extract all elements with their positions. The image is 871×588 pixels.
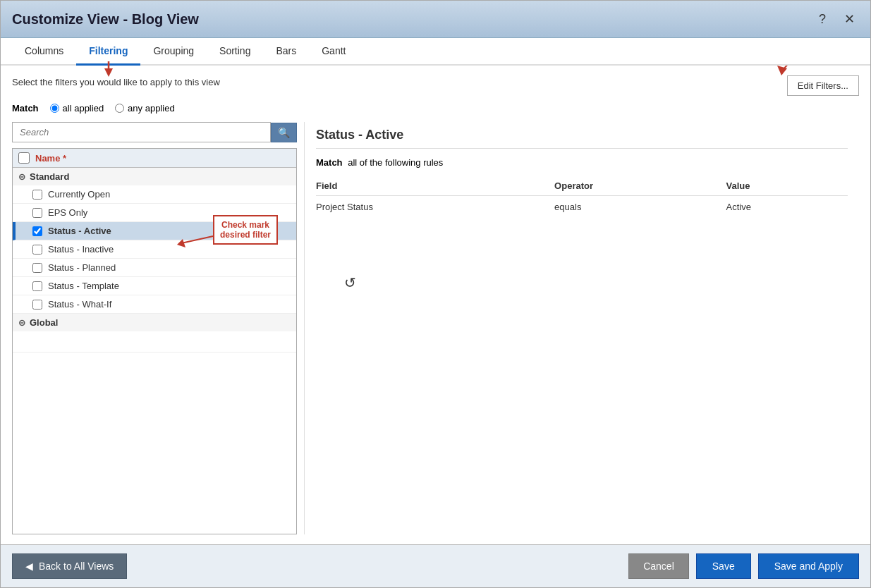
filter-status-active-checkbox[interactable] bbox=[32, 226, 42, 236]
search-button[interactable]: 🔍 bbox=[271, 123, 297, 142]
customize-view-dialog: Customize View - Blog View ? ✕ Columns F… bbox=[0, 0, 871, 588]
match-any-label: any applied bbox=[128, 103, 175, 114]
content-area: Select the filters you would like to app… bbox=[1, 66, 870, 544]
col-operator-header: Operator bbox=[554, 176, 726, 196]
group-global-collapse-icon: ⊝ bbox=[18, 318, 25, 328]
header-icons: ? ✕ bbox=[812, 9, 859, 29]
left-panel: 🔍 Name * ⊝ Standard Current bbox=[12, 122, 305, 534]
list-header: Name * bbox=[13, 149, 296, 168]
list-item[interactable]: Status - What-If bbox=[13, 295, 296, 314]
tab-sorting[interactable]: Sorting bbox=[207, 38, 263, 66]
edit-filters-button[interactable]: Edit Filters... bbox=[787, 75, 859, 96]
match-any-radio[interactable] bbox=[115, 104, 124, 113]
group-standard[interactable]: ⊝ Standard bbox=[13, 168, 296, 185]
list-item-status-active[interactable]: Status - Active Check markdesired filter bbox=[13, 222, 296, 240]
col-value-header: Value bbox=[726, 176, 848, 196]
match-any-option[interactable]: any applied bbox=[115, 103, 175, 114]
help-button[interactable]: ? bbox=[812, 9, 832, 29]
list-item[interactable]: Status - Planned bbox=[13, 259, 296, 277]
cancel-button[interactable]: Cancel bbox=[628, 553, 689, 579]
col-field-header: Field bbox=[316, 176, 554, 196]
filter-status-template-checkbox[interactable] bbox=[32, 281, 42, 291]
search-input[interactable] bbox=[12, 122, 271, 142]
main-panel: 🔍 Name * ⊝ Standard Current bbox=[12, 122, 859, 534]
cursor-indicator: ↺ bbox=[344, 274, 859, 291]
checkmark-annotation-text: Check markdesired filter bbox=[220, 220, 271, 240]
match-all-radio[interactable] bbox=[50, 104, 59, 113]
match-all-label: all applied bbox=[63, 103, 104, 114]
tab-grouping[interactable]: Grouping bbox=[140, 38, 207, 66]
match-all-option[interactable]: all applied bbox=[50, 103, 104, 114]
filter-status-inactive-checkbox[interactable] bbox=[32, 245, 42, 255]
select-all-checkbox[interactable] bbox=[18, 152, 30, 164]
match-row: Match all applied any applied bbox=[12, 103, 859, 114]
filter-eps-only-label: EPS Only bbox=[48, 207, 87, 218]
group-global-label: Global bbox=[30, 317, 58, 328]
tab-filtering[interactable]: Filtering bbox=[76, 38, 140, 66]
group-collapse-icon: ⊝ bbox=[18, 172, 25, 182]
dialog-header: Customize View - Blog View ? ✕ bbox=[1, 1, 870, 38]
filter-list[interactable]: Name * ⊝ Standard Currently Open EPS Onl… bbox=[12, 148, 297, 534]
filter-detail-title: Status - Active bbox=[316, 122, 848, 149]
filter-status-planned-label: Status - Planned bbox=[48, 262, 116, 273]
rule-field: Project Status bbox=[316, 196, 554, 219]
list-item[interactable]: Status - Inactive bbox=[13, 240, 296, 259]
close-icon: ✕ bbox=[844, 11, 855, 27]
rule-operator: equals bbox=[554, 196, 726, 219]
table-row: Project Status equals Active bbox=[316, 196, 848, 219]
rules-table: Field Operator Value Project Status equa… bbox=[316, 176, 848, 218]
tab-columns[interactable]: Columns bbox=[12, 38, 76, 66]
match-radio-group: all applied any applied bbox=[50, 103, 175, 114]
tab-gantt[interactable]: Gantt bbox=[309, 38, 358, 66]
filter-match-text: Match all of the following rules bbox=[316, 157, 848, 168]
dialog-footer: ◀ Back to All Views Cancel Save Save and… bbox=[1, 544, 870, 587]
list-item[interactable]: Currently Open bbox=[13, 185, 296, 204]
search-row: 🔍 bbox=[12, 122, 297, 142]
list-name-header: Name * bbox=[35, 153, 66, 164]
filter-status-whatif-label: Status - What-If bbox=[48, 299, 111, 310]
save-and-apply-button[interactable]: Save and Apply bbox=[758, 553, 859, 579]
rule-value: Active bbox=[726, 196, 848, 219]
footer-right-buttons: Cancel Save Save and Apply bbox=[628, 553, 859, 579]
filter-controls-row: Select the filters you would like to app… bbox=[12, 75, 859, 96]
list-item-placeholder bbox=[13, 331, 296, 353]
dialog-title: Customize View - Blog View bbox=[12, 11, 199, 27]
filter-description: Select the filters you would like to app… bbox=[12, 77, 220, 87]
list-item[interactable]: EPS Only bbox=[13, 204, 296, 222]
filter-status-whatif-checkbox[interactable] bbox=[32, 300, 42, 310]
filter-currently-open-checkbox[interactable] bbox=[32, 190, 42, 200]
tab-bars[interactable]: Bars bbox=[263, 38, 309, 66]
back-to-all-views-button[interactable]: ◀ Back to All Views bbox=[12, 553, 127, 579]
match-label: Match bbox=[12, 103, 39, 114]
close-button[interactable]: ✕ bbox=[839, 9, 859, 29]
svg-marker-3 bbox=[777, 66, 787, 75]
back-chevron-icon: ◀ bbox=[25, 561, 33, 572]
tabs-bar: Columns Filtering Grouping Sorting Bars … bbox=[1, 38, 870, 66]
group-global[interactable]: ⊝ Global bbox=[13, 314, 296, 331]
filter-eps-only-checkbox[interactable] bbox=[32, 208, 42, 218]
list-item[interactable]: Status - Template bbox=[13, 277, 296, 295]
filter-status-active-label: Status - Active bbox=[48, 226, 111, 236]
filter-status-inactive-label: Status - Inactive bbox=[48, 244, 114, 255]
filter-currently-open-label: Currently Open bbox=[48, 189, 110, 200]
filter-status-template-label: Status - Template bbox=[48, 281, 119, 291]
svg-line-2 bbox=[781, 66, 803, 71]
right-panel: Status - Active Match all of the followi… bbox=[305, 122, 859, 534]
save-button[interactable]: Save bbox=[696, 553, 751, 579]
search-icon: 🔍 bbox=[278, 127, 290, 138]
group-standard-label: Standard bbox=[30, 171, 69, 182]
help-icon: ? bbox=[819, 12, 826, 27]
filter-status-planned-checkbox[interactable] bbox=[32, 263, 42, 273]
